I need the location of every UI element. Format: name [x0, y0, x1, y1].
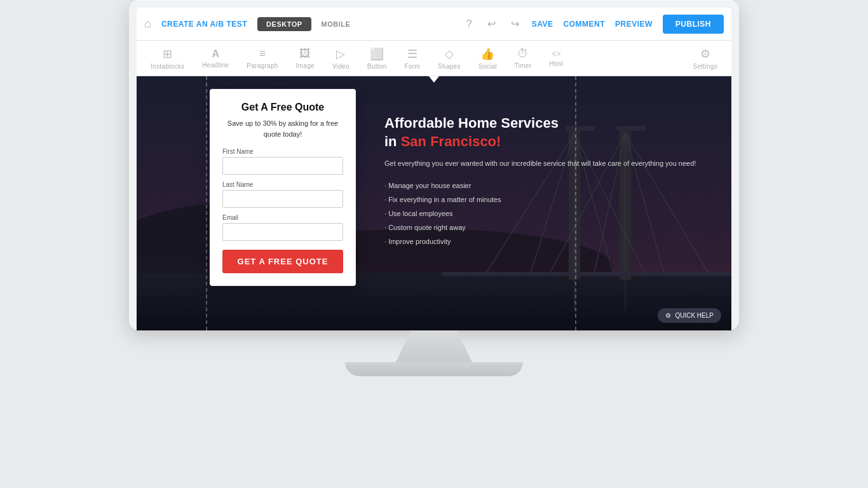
settings-icon: ⚙	[700, 47, 710, 61]
form-label: Form	[405, 63, 421, 70]
right-heading: Affordable Home Services in San Francisc…	[384, 114, 719, 151]
quick-help-label: QUICK HELP	[675, 312, 714, 319]
timer-label: Timer	[515, 62, 532, 69]
heading-accent: San Francisco!	[401, 133, 501, 149]
last-name-label: Last Name	[222, 181, 343, 188]
tool-social[interactable]: 👍 Social	[470, 43, 506, 74]
html-label: Html	[550, 60, 564, 67]
features-list: Manage your house easier Fix everything …	[384, 179, 719, 248]
image-icon: 🖼	[299, 47, 311, 60]
feature-item: Manage your house easier	[384, 179, 719, 193]
tool-image[interactable]: 🖼 Image	[287, 43, 323, 73]
help-button[interactable]: ?	[464, 16, 475, 32]
button-label: Button	[367, 63, 387, 70]
submit-button[interactable]: GET A FREE QUOTE	[222, 250, 343, 273]
heading-line2: in	[384, 133, 401, 149]
right-content: Affordable Home Services in San Francisc…	[384, 114, 719, 248]
social-label: Social	[478, 63, 497, 70]
paragraph-icon: ≡	[259, 47, 266, 60]
tool-instablocks[interactable]: ⊞ Instablocks	[142, 43, 193, 74]
tool-shapes[interactable]: ◇ Shapes	[429, 43, 470, 74]
tool-button[interactable]: ⬜ Button	[358, 43, 396, 74]
last-name-input[interactable]	[222, 190, 343, 208]
secondary-toolbar: ⊞ Instablocks A Headline ≡ Paragraph 🖼 I…	[137, 41, 731, 76]
shapes-label: Shapes	[438, 63, 461, 70]
form-card: Get A Free Quote Save up to 30% by askin…	[210, 89, 356, 286]
video-label: Video	[332, 63, 349, 70]
html-icon: <>	[552, 50, 560, 58]
mobile-button[interactable]: MOBILE	[313, 17, 360, 31]
desktop-button[interactable]: DESKTOP	[257, 17, 311, 31]
primary-toolbar: ⌂ CREATE AN A/B TEST DESKTOP MOBILE ? ↩ …	[137, 8, 731, 41]
tool-settings[interactable]: ⚙ Settings	[684, 43, 726, 74]
right-description: Get everything you ever wanted with our …	[384, 158, 719, 170]
settings-label: Settings	[693, 63, 717, 70]
headline-label: Headline	[202, 62, 229, 69]
tool-headline[interactable]: A Headline	[193, 44, 238, 72]
feature-item: Use local employees	[384, 207, 719, 220]
svg-rect-16	[442, 272, 731, 276]
instablocks-icon: ⊞	[163, 47, 172, 61]
tool-video[interactable]: ▷ Video	[323, 43, 358, 74]
email-label: Email	[222, 214, 343, 221]
redo-button[interactable]: ↪	[508, 15, 522, 32]
social-icon: 👍	[480, 47, 494, 61]
form-icon: ☰	[407, 47, 417, 61]
save-button[interactable]: SAVE	[532, 20, 553, 29]
quick-help-icon: ⚙	[665, 312, 671, 319]
comment-button[interactable]: COMMENT	[563, 20, 605, 29]
home-icon[interactable]: ⌂	[144, 17, 151, 30]
tool-form[interactable]: ☰ Form	[396, 43, 430, 74]
guideline-left	[206, 76, 207, 330]
preview-button[interactable]: PREVIEW	[615, 20, 653, 29]
email-input[interactable]	[222, 223, 343, 241]
feature-item: Improve productivity	[384, 234, 719, 248]
video-icon: ▷	[336, 47, 345, 61]
tool-timer[interactable]: ⏱ Timer	[506, 43, 541, 73]
first-name-input[interactable]	[222, 157, 343, 175]
tool-html[interactable]: <> Html	[541, 46, 573, 71]
paragraph-label: Paragraph	[247, 62, 278, 69]
form-card-subtitle: Save up to 30% by asking for a free quot…	[222, 118, 343, 139]
publish-button[interactable]: PUBLISH	[663, 15, 724, 34]
canvas-area: Get A Free Quote Save up to 30% by askin…	[137, 76, 731, 330]
form-card-title: Get A Free Quote	[222, 102, 343, 113]
quick-help-button[interactable]: ⚙ QUICK HELP	[658, 308, 721, 323]
tool-paragraph[interactable]: ≡ Paragraph	[238, 43, 287, 73]
monitor-stand-neck	[396, 330, 472, 362]
monitor-shell: ⌂ CREATE AN A/B TEST DESKTOP MOBILE ? ↩ …	[0, 0, 868, 488]
canvas-arrow-indicator	[429, 76, 439, 83]
device-selector: DESKTOP MOBILE	[257, 17, 359, 31]
monitor-stand-base	[345, 362, 523, 376]
heading-line1: Affordable Home Services	[384, 115, 559, 131]
feature-item: Custom quote right away	[384, 220, 719, 234]
timer-icon: ⏱	[517, 47, 529, 60]
button-icon: ⬜	[370, 47, 384, 61]
feature-item: Fix everything in a matter of minutes	[384, 193, 719, 207]
monitor-frame: ⌂ CREATE AN A/B TEST DESKTOP MOBILE ? ↩ …	[129, 0, 739, 330]
first-name-label: First Name	[222, 148, 343, 155]
shapes-icon: ◇	[445, 47, 454, 61]
undo-button[interactable]: ↩	[485, 15, 498, 32]
ab-test-button[interactable]: CREATE AN A/B TEST	[161, 20, 247, 29]
instablocks-label: Instablocks	[151, 63, 184, 70]
headline-icon: A	[212, 48, 219, 60]
image-label: Image	[296, 62, 315, 69]
